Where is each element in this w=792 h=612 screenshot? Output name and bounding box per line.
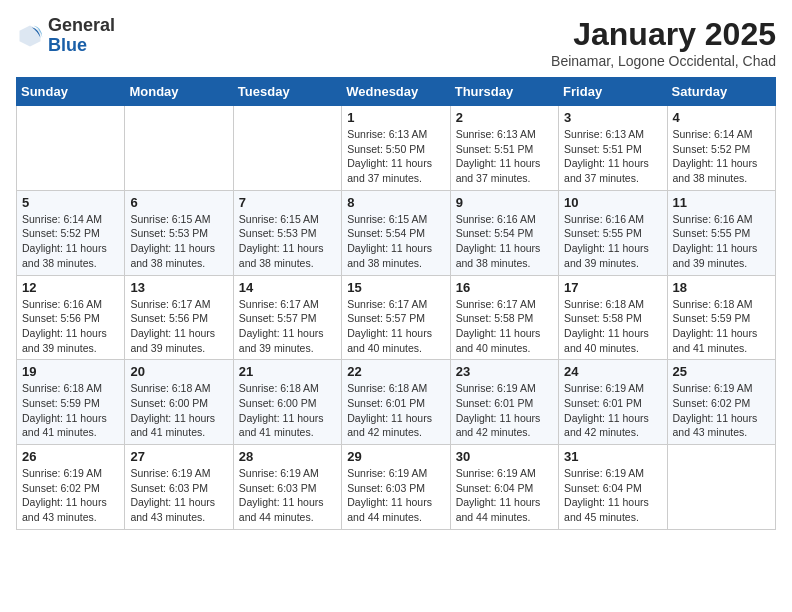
day-number: 25 <box>673 364 770 379</box>
calendar-cell: 10Sunrise: 6:16 AM Sunset: 5:55 PM Dayli… <box>559 190 667 275</box>
calendar-cell: 30Sunrise: 6:19 AM Sunset: 6:04 PM Dayli… <box>450 445 558 530</box>
day-number: 4 <box>673 110 770 125</box>
day-info: Sunrise: 6:13 AM Sunset: 5:51 PM Dayligh… <box>564 127 661 186</box>
calendar-cell: 19Sunrise: 6:18 AM Sunset: 5:59 PM Dayli… <box>17 360 125 445</box>
day-info: Sunrise: 6:18 AM Sunset: 6:00 PM Dayligh… <box>239 381 336 440</box>
calendar-cell: 11Sunrise: 6:16 AM Sunset: 5:55 PM Dayli… <box>667 190 775 275</box>
calendar-cell: 26Sunrise: 6:19 AM Sunset: 6:02 PM Dayli… <box>17 445 125 530</box>
calendar-week-row: 26Sunrise: 6:19 AM Sunset: 6:02 PM Dayli… <box>17 445 776 530</box>
calendar-cell: 12Sunrise: 6:16 AM Sunset: 5:56 PM Dayli… <box>17 275 125 360</box>
calendar-cell: 15Sunrise: 6:17 AM Sunset: 5:57 PM Dayli… <box>342 275 450 360</box>
day-number: 26 <box>22 449 119 464</box>
location: Beinamar, Logone Occidental, Chad <box>551 53 776 69</box>
weekday-header-friday: Friday <box>559 78 667 106</box>
day-number: 9 <box>456 195 553 210</box>
day-number: 29 <box>347 449 444 464</box>
day-info: Sunrise: 6:13 AM Sunset: 5:51 PM Dayligh… <box>456 127 553 186</box>
calendar-table: SundayMondayTuesdayWednesdayThursdayFrid… <box>16 77 776 530</box>
svg-marker-0 <box>20 25 41 46</box>
day-number: 7 <box>239 195 336 210</box>
calendar-cell: 1Sunrise: 6:13 AM Sunset: 5:50 PM Daylig… <box>342 106 450 191</box>
day-info: Sunrise: 6:18 AM Sunset: 5:59 PM Dayligh… <box>673 297 770 356</box>
page-header: General Blue January 2025 Beinamar, Logo… <box>16 16 776 69</box>
calendar-cell: 8Sunrise: 6:15 AM Sunset: 5:54 PM Daylig… <box>342 190 450 275</box>
day-number: 3 <box>564 110 661 125</box>
day-info: Sunrise: 6:19 AM Sunset: 6:02 PM Dayligh… <box>673 381 770 440</box>
day-info: Sunrise: 6:19 AM Sunset: 6:03 PM Dayligh… <box>239 466 336 525</box>
calendar-cell: 2Sunrise: 6:13 AM Sunset: 5:51 PM Daylig… <box>450 106 558 191</box>
calendar-cell <box>17 106 125 191</box>
day-info: Sunrise: 6:15 AM Sunset: 5:53 PM Dayligh… <box>130 212 227 271</box>
day-info: Sunrise: 6:14 AM Sunset: 5:52 PM Dayligh… <box>673 127 770 186</box>
calendar-cell: 25Sunrise: 6:19 AM Sunset: 6:02 PM Dayli… <box>667 360 775 445</box>
weekday-header-saturday: Saturday <box>667 78 775 106</box>
calendar-cell <box>125 106 233 191</box>
logo-text: General Blue <box>48 16 115 56</box>
day-number: 2 <box>456 110 553 125</box>
title-block: January 2025 Beinamar, Logone Occidental… <box>551 16 776 69</box>
day-info: Sunrise: 6:16 AM Sunset: 5:55 PM Dayligh… <box>673 212 770 271</box>
calendar-cell: 5Sunrise: 6:14 AM Sunset: 5:52 PM Daylig… <box>17 190 125 275</box>
day-info: Sunrise: 6:13 AM Sunset: 5:50 PM Dayligh… <box>347 127 444 186</box>
calendar-cell: 13Sunrise: 6:17 AM Sunset: 5:56 PM Dayli… <box>125 275 233 360</box>
calendar-cell: 28Sunrise: 6:19 AM Sunset: 6:03 PM Dayli… <box>233 445 341 530</box>
day-number: 11 <box>673 195 770 210</box>
day-number: 23 <box>456 364 553 379</box>
day-info: Sunrise: 6:16 AM Sunset: 5:56 PM Dayligh… <box>22 297 119 356</box>
calendar-cell: 14Sunrise: 6:17 AM Sunset: 5:57 PM Dayli… <box>233 275 341 360</box>
calendar-week-row: 12Sunrise: 6:16 AM Sunset: 5:56 PM Dayli… <box>17 275 776 360</box>
day-info: Sunrise: 6:15 AM Sunset: 5:54 PM Dayligh… <box>347 212 444 271</box>
day-number: 27 <box>130 449 227 464</box>
day-info: Sunrise: 6:18 AM Sunset: 6:01 PM Dayligh… <box>347 381 444 440</box>
day-number: 14 <box>239 280 336 295</box>
day-info: Sunrise: 6:15 AM Sunset: 5:53 PM Dayligh… <box>239 212 336 271</box>
day-number: 28 <box>239 449 336 464</box>
calendar-cell: 22Sunrise: 6:18 AM Sunset: 6:01 PM Dayli… <box>342 360 450 445</box>
calendar-cell: 21Sunrise: 6:18 AM Sunset: 6:00 PM Dayli… <box>233 360 341 445</box>
weekday-header-tuesday: Tuesday <box>233 78 341 106</box>
calendar-cell <box>667 445 775 530</box>
day-number: 18 <box>673 280 770 295</box>
day-info: Sunrise: 6:18 AM Sunset: 5:58 PM Dayligh… <box>564 297 661 356</box>
day-info: Sunrise: 6:19 AM Sunset: 6:03 PM Dayligh… <box>130 466 227 525</box>
calendar-cell: 16Sunrise: 6:17 AM Sunset: 5:58 PM Dayli… <box>450 275 558 360</box>
day-info: Sunrise: 6:14 AM Sunset: 5:52 PM Dayligh… <box>22 212 119 271</box>
day-number: 15 <box>347 280 444 295</box>
calendar-cell: 9Sunrise: 6:16 AM Sunset: 5:54 PM Daylig… <box>450 190 558 275</box>
day-number: 19 <box>22 364 119 379</box>
day-info: Sunrise: 6:19 AM Sunset: 6:01 PM Dayligh… <box>564 381 661 440</box>
calendar-cell: 18Sunrise: 6:18 AM Sunset: 5:59 PM Dayli… <box>667 275 775 360</box>
day-number: 22 <box>347 364 444 379</box>
calendar-cell: 31Sunrise: 6:19 AM Sunset: 6:04 PM Dayli… <box>559 445 667 530</box>
calendar-cell: 17Sunrise: 6:18 AM Sunset: 5:58 PM Dayli… <box>559 275 667 360</box>
weekday-header-thursday: Thursday <box>450 78 558 106</box>
day-info: Sunrise: 6:16 AM Sunset: 5:55 PM Dayligh… <box>564 212 661 271</box>
day-info: Sunrise: 6:18 AM Sunset: 6:00 PM Dayligh… <box>130 381 227 440</box>
logo-icon <box>16 22 44 50</box>
day-number: 30 <box>456 449 553 464</box>
day-number: 8 <box>347 195 444 210</box>
day-info: Sunrise: 6:18 AM Sunset: 5:59 PM Dayligh… <box>22 381 119 440</box>
calendar-cell: 23Sunrise: 6:19 AM Sunset: 6:01 PM Dayli… <box>450 360 558 445</box>
calendar-cell: 4Sunrise: 6:14 AM Sunset: 5:52 PM Daylig… <box>667 106 775 191</box>
day-number: 6 <box>130 195 227 210</box>
month-title: January 2025 <box>551 16 776 53</box>
day-info: Sunrise: 6:17 AM Sunset: 5:57 PM Dayligh… <box>347 297 444 356</box>
calendar-cell: 27Sunrise: 6:19 AM Sunset: 6:03 PM Dayli… <box>125 445 233 530</box>
day-number: 31 <box>564 449 661 464</box>
day-number: 13 <box>130 280 227 295</box>
calendar-cell: 20Sunrise: 6:18 AM Sunset: 6:00 PM Dayli… <box>125 360 233 445</box>
day-info: Sunrise: 6:16 AM Sunset: 5:54 PM Dayligh… <box>456 212 553 271</box>
weekday-header-wednesday: Wednesday <box>342 78 450 106</box>
day-info: Sunrise: 6:17 AM Sunset: 5:56 PM Dayligh… <box>130 297 227 356</box>
calendar-cell: 7Sunrise: 6:15 AM Sunset: 5:53 PM Daylig… <box>233 190 341 275</box>
day-number: 10 <box>564 195 661 210</box>
calendar-cell: 3Sunrise: 6:13 AM Sunset: 5:51 PM Daylig… <box>559 106 667 191</box>
day-number: 1 <box>347 110 444 125</box>
weekday-header-monday: Monday <box>125 78 233 106</box>
calendar-cell: 24Sunrise: 6:19 AM Sunset: 6:01 PM Dayli… <box>559 360 667 445</box>
day-number: 20 <box>130 364 227 379</box>
day-number: 12 <box>22 280 119 295</box>
day-info: Sunrise: 6:19 AM Sunset: 6:01 PM Dayligh… <box>456 381 553 440</box>
day-number: 16 <box>456 280 553 295</box>
